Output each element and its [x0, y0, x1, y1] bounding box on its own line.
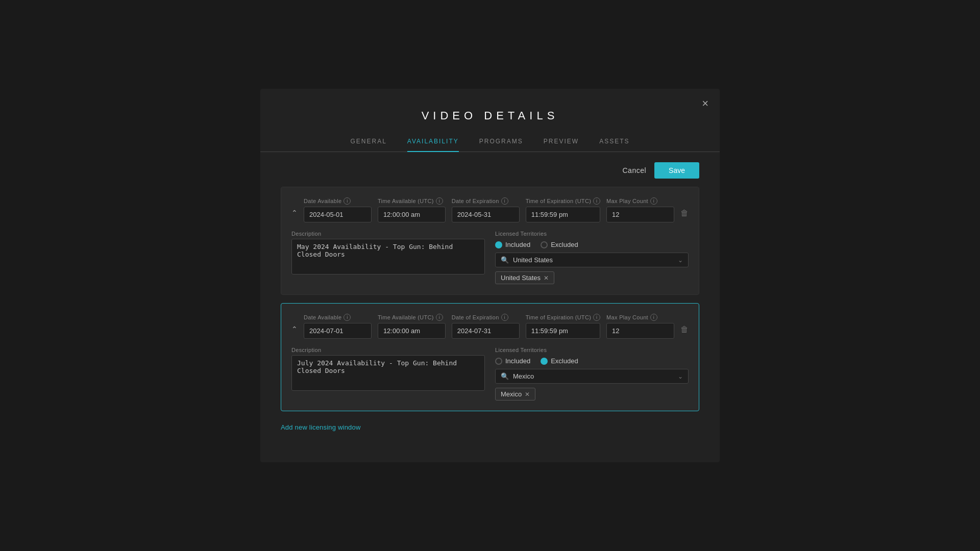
territory-group-2: Licensed Territories Included Excluded 🔍	[495, 347, 689, 400]
time-expiry-group-1: Time of Expiration (UTC) i	[526, 197, 600, 222]
radio-row-1: Included Excluded	[495, 241, 689, 248]
description-label-2: Description	[291, 347, 485, 353]
max-play-group-2: Max Play Count i	[606, 314, 674, 339]
time-expiry-label-2: Time of Expiration (UTC) i	[526, 314, 600, 321]
territory-tag-label-us-1: United States	[501, 274, 541, 282]
lower-row-1: Description Licensed Territories Include…	[291, 231, 689, 284]
max-play-label-2: Max Play Count i	[606, 314, 674, 321]
excluded-radio-1[interactable]: Excluded	[541, 241, 578, 248]
territory-tags-1: United States ✕	[495, 271, 689, 284]
time-available-input-2[interactable]	[378, 323, 446, 339]
chevron-down-icon-1: ⌄	[678, 257, 683, 264]
date-available-input-2[interactable]	[304, 323, 372, 339]
territory-tag-remove-us-1[interactable]: ✕	[544, 275, 549, 281]
modal: VIDEO DETAILS × GENERAL AVAILABILITY PRO…	[260, 89, 720, 462]
collapse-button-1[interactable]: ⌃	[291, 209, 298, 217]
date-expiry-input-1[interactable]	[452, 207, 520, 222]
included-radio-1[interactable]: Included	[495, 241, 530, 248]
time-available-label-1: Time Available (UTC) i	[378, 197, 446, 205]
excluded-radio-dot-1	[541, 241, 548, 248]
close-button[interactable]: ×	[702, 98, 708, 109]
description-label-1: Description	[291, 231, 485, 237]
time-available-group-2: Time Available (UTC) i	[378, 314, 446, 339]
time-available-info-icon-2[interactable]: i	[436, 314, 443, 321]
description-group-2: Description	[291, 347, 485, 400]
collapse-button-2[interactable]: ⌃	[291, 325, 298, 333]
time-expiry-input-2[interactable]	[526, 323, 600, 339]
chevron-down-icon-2: ⌄	[678, 373, 683, 380]
content-area: ⌃ Date Available i Time Available (UTC) …	[260, 187, 720, 432]
territory-tag-mexico-2: Mexico ✕	[495, 388, 535, 400]
lower-row-2: Description Licensed Territories Include…	[291, 347, 689, 400]
max-play-info-icon-1[interactable]: i	[650, 197, 657, 205]
date-available-label-1: Date Available i	[304, 197, 372, 205]
time-expiry-input-1[interactable]	[526, 207, 600, 222]
tab-assets[interactable]: ASSETS	[599, 138, 629, 152]
tab-availability[interactable]: AVAILABILITY	[407, 138, 459, 152]
territory-tag-remove-mexico-2[interactable]: ✕	[525, 391, 530, 397]
territory-search-input-2[interactable]	[513, 372, 674, 380]
time-expiry-group-2: Time of Expiration (UTC) i	[526, 314, 600, 339]
territory-tag-label-mexico-2: Mexico	[501, 390, 522, 398]
date-available-info-icon-1[interactable]: i	[344, 197, 351, 205]
date-expiry-info-icon-2[interactable]: i	[501, 314, 508, 321]
max-play-input-1[interactable]	[606, 207, 674, 222]
toolbar: Cancel Save	[260, 152, 720, 187]
date-expiry-info-icon-1[interactable]: i	[501, 197, 508, 205]
delete-button-1[interactable]: 🗑	[680, 209, 689, 218]
radio-row-2: Included Excluded	[495, 357, 689, 365]
date-expiry-label-2: Date of Expiration i	[452, 314, 520, 321]
time-available-info-icon-1[interactable]: i	[436, 197, 443, 205]
territory-search-1[interactable]: 🔍 ⌄	[495, 253, 689, 267]
max-play-label-1: Max Play Count i	[606, 197, 674, 205]
time-available-label-2: Time Available (UTC) i	[378, 314, 446, 321]
date-expiry-group-1: Date of Expiration i	[452, 197, 520, 222]
fields-row-2: ⌃ Date Available i Time Available (UTC) …	[291, 314, 689, 339]
date-expiry-label-1: Date of Expiration i	[452, 197, 520, 205]
territory-label-2: Licensed Territories	[495, 347, 689, 353]
date-expiry-input-2[interactable]	[452, 323, 520, 339]
modal-title: VIDEO DETAILS	[260, 109, 720, 122]
included-radio-dot-1	[495, 241, 502, 248]
max-play-input-2[interactable]	[606, 323, 674, 339]
tab-programs[interactable]: PROGRAMS	[479, 138, 523, 152]
search-icon-2: 🔍	[501, 372, 509, 380]
cancel-button[interactable]: Cancel	[622, 166, 646, 174]
time-available-group-1: Time Available (UTC) i	[378, 197, 446, 222]
licensing-window-1: ⌃ Date Available i Time Available (UTC) …	[281, 187, 699, 295]
date-available-label-2: Date Available i	[304, 314, 372, 321]
tab-general[interactable]: GENERAL	[351, 138, 387, 152]
territory-tag-us-1: United States ✕	[495, 271, 554, 284]
included-radio-dot-2	[495, 358, 502, 365]
excluded-radio-dot-2	[541, 358, 548, 365]
time-available-input-1[interactable]	[378, 207, 446, 222]
search-icon-1: 🔍	[501, 256, 509, 264]
date-available-info-icon-2[interactable]: i	[344, 314, 351, 321]
description-input-2[interactable]	[291, 355, 485, 391]
licensing-window-2: ⌃ Date Available i Time Available (UTC) …	[281, 303, 699, 411]
save-button[interactable]: Save	[654, 162, 699, 179]
max-play-info-icon-2[interactable]: i	[650, 314, 657, 321]
time-expiry-info-icon-1[interactable]: i	[593, 197, 600, 205]
max-play-group-1: Max Play Count i	[606, 197, 674, 222]
date-expiry-group-2: Date of Expiration i	[452, 314, 520, 339]
description-group-1: Description	[291, 231, 485, 284]
tabs-bar: GENERAL AVAILABILITY PROGRAMS PREVIEW AS…	[260, 138, 720, 152]
territory-group-1: Licensed Territories Included Excluded 🔍	[495, 231, 689, 284]
description-input-1[interactable]	[291, 239, 485, 274]
territory-search-input-1[interactable]	[513, 256, 674, 264]
date-available-group-1: Date Available i	[304, 197, 372, 222]
tab-preview[interactable]: PREVIEW	[544, 138, 579, 152]
date-available-group-2: Date Available i	[304, 314, 372, 339]
time-expiry-info-icon-2[interactable]: i	[593, 314, 600, 321]
add-licensing-window-button[interactable]: Add new licensing window	[281, 423, 361, 431]
excluded-radio-2[interactable]: Excluded	[541, 357, 578, 365]
date-available-input-1[interactable]	[304, 207, 372, 222]
fields-row-1: ⌃ Date Available i Time Available (UTC) …	[291, 197, 689, 222]
delete-button-2[interactable]: 🗑	[680, 325, 689, 334]
territory-search-2[interactable]: 🔍 ⌄	[495, 369, 689, 384]
time-expiry-label-1: Time of Expiration (UTC) i	[526, 197, 600, 205]
territory-tags-2: Mexico ✕	[495, 388, 689, 400]
included-radio-2[interactable]: Included	[495, 357, 530, 365]
territory-label-1: Licensed Territories	[495, 231, 689, 237]
